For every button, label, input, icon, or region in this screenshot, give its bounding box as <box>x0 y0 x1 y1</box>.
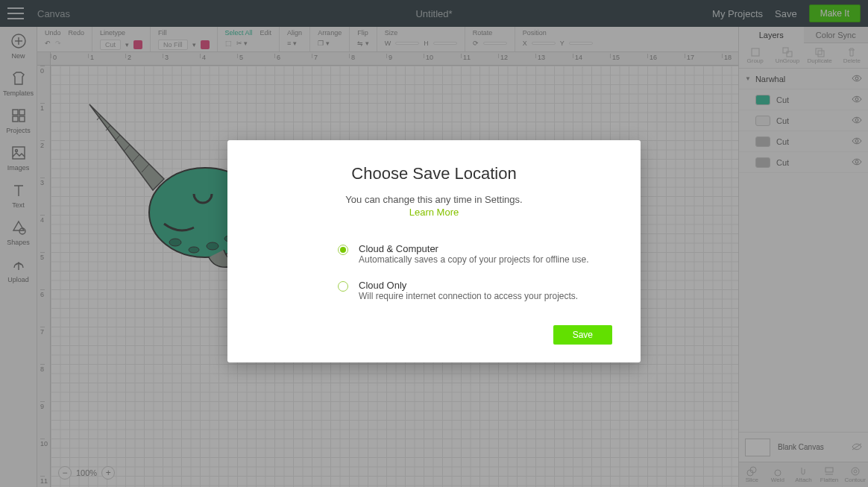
save-location-modal: Choose Save Location You can change this… <box>227 140 641 362</box>
learn-more-link[interactable]: Learn More <box>256 207 612 218</box>
option-title: Cloud Only <box>359 280 578 291</box>
modal-overlay[interactable]: Choose Save Location You can change this… <box>0 0 868 487</box>
option-desc: Will require internet connection to acce… <box>359 291 578 301</box>
modal-title: Choose Save Location <box>256 164 612 183</box>
modal-subtitle: You can change this any time in Settings… <box>256 194 612 205</box>
save-option[interactable]: Cloud & ComputerAutomatically saves a co… <box>256 239 612 275</box>
modal-save-button[interactable]: Save <box>553 325 612 345</box>
radio-icon[interactable] <box>338 245 348 255</box>
option-desc: Automatically saves a copy of your proje… <box>359 254 589 265</box>
save-option[interactable]: Cloud OnlyWill require internet connecti… <box>256 275 612 312</box>
radio-icon[interactable] <box>338 281 348 292</box>
option-title: Cloud & Computer <box>359 243 589 254</box>
